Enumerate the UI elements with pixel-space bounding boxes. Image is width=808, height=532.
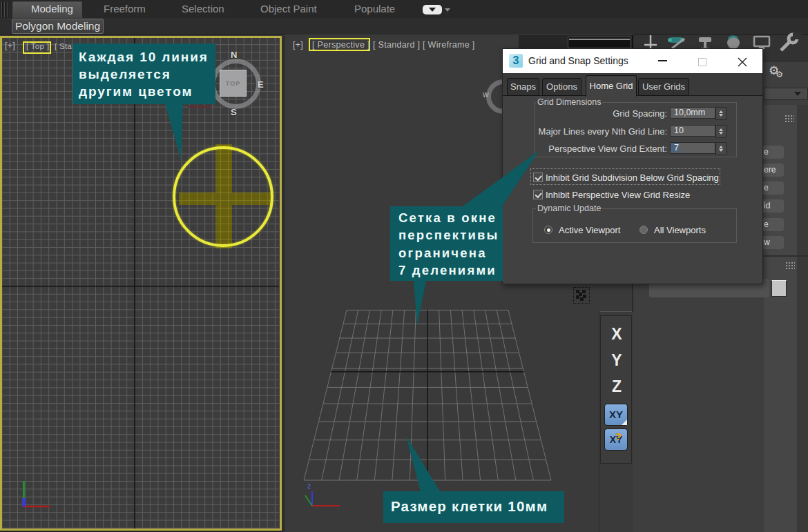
svg-text:z: z: [307, 482, 311, 490]
